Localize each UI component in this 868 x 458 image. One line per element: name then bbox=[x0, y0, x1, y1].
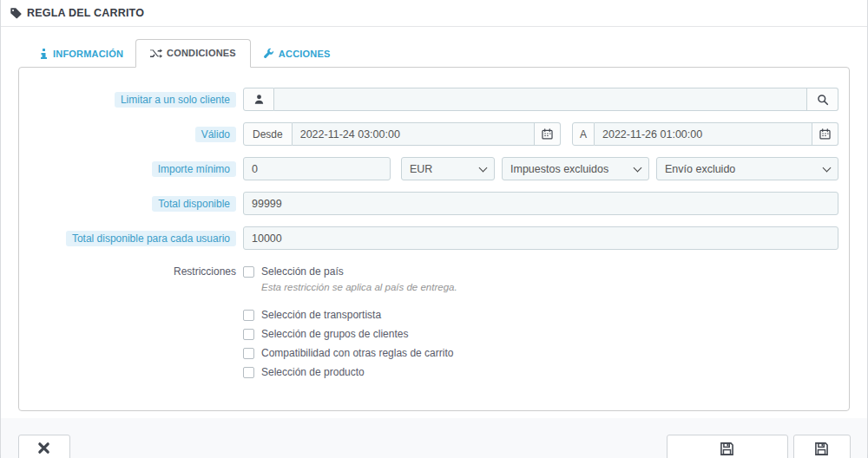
row-total-per-user: Total disponible para cada usuario bbox=[19, 226, 838, 250]
customer-groups-label: Selección de grupos de clientes bbox=[261, 328, 408, 340]
tax-select-wrap: Impuestos excluidos bbox=[502, 157, 649, 180]
user-icon bbox=[243, 88, 274, 111]
restriction-carrier[interactable]: Selección de transportista bbox=[243, 309, 838, 321]
customer-groups-checkbox[interactable] bbox=[243, 329, 254, 340]
country-help-text: Esta restricción se aplica al país de en… bbox=[261, 282, 838, 292]
row-limit-customer: Limitar a un solo cliente bbox=[19, 88, 838, 111]
shipping-select[interactable]: Envío excluido bbox=[656, 157, 838, 180]
restriction-list: Selección de transportista Selección de … bbox=[243, 309, 838, 378]
restrictions-label: Restricciones bbox=[19, 265, 243, 278]
panel-footer: Cancel Guardar y permanecer Guardar bbox=[1, 418, 867, 458]
tab-label: CONDICIONES bbox=[167, 48, 236, 58]
tab-bar: INFORMACIÓN CONDICIONES ACCIONES bbox=[1, 27, 867, 67]
search-button[interactable] bbox=[807, 88, 838, 111]
search-icon bbox=[817, 94, 829, 106]
calendar-icon[interactable] bbox=[812, 122, 838, 146]
valid-to-input[interactable] bbox=[595, 122, 812, 146]
min-amount-input[interactable] bbox=[243, 157, 391, 180]
save-icon bbox=[720, 442, 734, 456]
save-button-group: Guardar y permanecer Guardar bbox=[667, 435, 851, 458]
total-available-input[interactable] bbox=[243, 192, 838, 215]
info-icon bbox=[39, 49, 49, 59]
product-label: Selección de producto bbox=[261, 366, 365, 378]
restriction-product[interactable]: Selección de producto bbox=[243, 366, 838, 378]
cart-rule-panel: REGLA DEL CARRITO INFORMACIÓN CONDICIONE… bbox=[0, 0, 868, 455]
save-icon bbox=[814, 442, 829, 456]
country-label: Selección de país bbox=[261, 265, 344, 278]
compatibility-label: Compatibilidad con otras reglas de carri… bbox=[261, 347, 453, 359]
limit-customer-label: Limitar a un solo cliente bbox=[115, 92, 236, 108]
valid-to-group: A bbox=[572, 122, 838, 146]
restriction-compatibility[interactable]: Compatibilidad con otras reglas de carri… bbox=[243, 347, 838, 359]
valid-from-input[interactable] bbox=[293, 122, 535, 146]
tab-informacion[interactable]: INFORMACIÓN bbox=[27, 42, 135, 67]
restriction-country[interactable]: Selección de país bbox=[243, 265, 838, 278]
tab-label: INFORMACIÓN bbox=[53, 49, 123, 59]
customer-search-input[interactable] bbox=[274, 88, 807, 111]
total-available-label: Total disponible bbox=[152, 196, 236, 212]
currency-select-wrap: EUR bbox=[401, 157, 495, 180]
customer-search-group bbox=[243, 88, 838, 111]
valid-to-addon: A bbox=[572, 122, 595, 146]
compatibility-checkbox[interactable] bbox=[243, 348, 254, 359]
page-title: REGLA DEL CARRITO bbox=[27, 7, 144, 19]
row-valid: Válido Desde A bbox=[19, 122, 838, 146]
min-amount-label: Importe mínimo bbox=[152, 161, 236, 177]
product-checkbox[interactable] bbox=[243, 367, 254, 378]
total-per-user-label: Total disponible para cada usuario bbox=[66, 231, 236, 246]
save-and-stay-button[interactable]: Guardar y permanecer bbox=[667, 435, 788, 458]
shipping-select-wrap: Envío excluido bbox=[656, 157, 838, 180]
tax-select[interactable]: Impuestos excluidos bbox=[502, 157, 649, 180]
total-per-user-input[interactable] bbox=[243, 226, 838, 250]
row-min-amount: Importe mínimo EUR Impuestos excluidos E… bbox=[19, 157, 838, 180]
valid-from-group: Desde bbox=[243, 122, 561, 146]
panel-header: REGLA DEL CARRITO bbox=[1, 0, 867, 27]
calendar-icon[interactable] bbox=[535, 122, 561, 146]
carrier-label: Selección de transportista bbox=[261, 309, 381, 321]
save-button[interactable]: Guardar bbox=[793, 435, 851, 458]
wrench-icon bbox=[263, 48, 274, 59]
row-restrictions: Restricciones Selección de país Esta res… bbox=[19, 265, 838, 378]
carrier-checkbox[interactable] bbox=[243, 310, 254, 321]
country-checkbox[interactable] bbox=[243, 266, 254, 278]
restriction-customer-groups[interactable]: Selección de grupos de clientes bbox=[243, 328, 838, 340]
shuffle-icon bbox=[150, 48, 162, 58]
valid-label: Válido bbox=[195, 127, 236, 142]
row-total-available: Total disponible bbox=[19, 192, 838, 215]
currency-select[interactable]: EUR bbox=[401, 157, 495, 180]
tab-label: ACCIONES bbox=[279, 49, 331, 59]
tag-icon bbox=[10, 7, 22, 19]
close-icon bbox=[37, 442, 50, 455]
tab-acciones[interactable]: ACCIONES bbox=[251, 41, 343, 67]
valid-from-addon: Desde bbox=[243, 122, 293, 146]
conditions-form: Limitar a un solo cliente Válido bbox=[18, 67, 850, 411]
cancel-button[interactable]: Cancel bbox=[18, 435, 70, 458]
tab-condiciones[interactable]: CONDICIONES bbox=[135, 39, 251, 68]
